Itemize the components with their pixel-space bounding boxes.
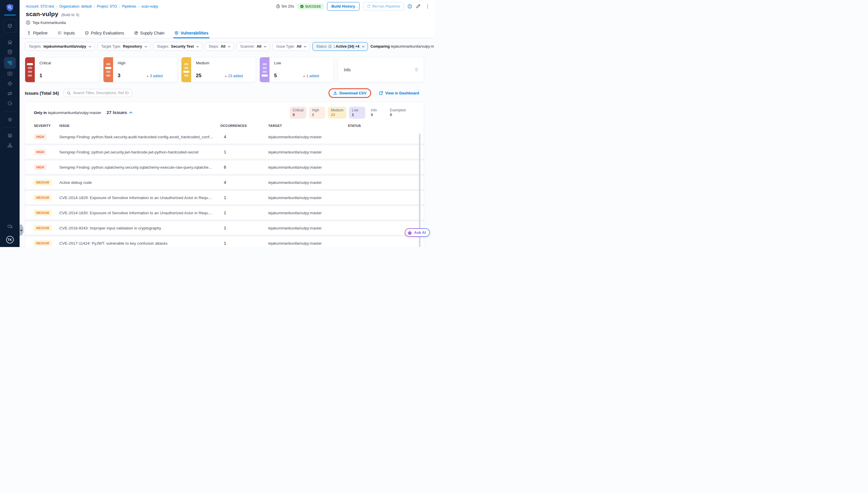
view-in-dashboard-button[interactable]: View in Dashboard <box>379 91 419 95</box>
filter-status[interactable]: Status : Active (34) +4 <box>312 42 368 51</box>
issue-row[interactable]: HIGH Semgrep Finding: python.jwt.securit… <box>25 145 424 159</box>
issue-title: Semgrep Finding: python.flask.security.a… <box>59 135 220 139</box>
executions-play-icon <box>7 71 13 77</box>
user-avatar[interactable]: TK <box>6 236 14 244</box>
issues-toolbar: Issues (Total 34) Download CSV <box>25 87 424 99</box>
occurrences: 1 <box>220 210 268 215</box>
card-count: 25 <box>196 73 201 79</box>
group-collapse-toggle[interactable]: 27 Issues <box>107 110 132 115</box>
occurrences: 4 <box>220 180 268 185</box>
info-button[interactable] <box>407 4 412 9</box>
search-icon <box>67 91 71 95</box>
filter-label: Status <box>316 44 326 49</box>
occurrences: 4 <box>220 134 268 139</box>
chip-low[interactable]: Low1 <box>349 107 365 119</box>
issue-row[interactable]: MEDIUM CVE-2017-11424: PyJWT: vulnerable… <box>25 236 424 247</box>
download-csv-button[interactable]: Download CSV <box>333 91 366 95</box>
filter-label: Target Type: <box>101 44 121 49</box>
added-delta: ▲3 added <box>147 74 162 78</box>
sidebar-item-project-setup[interactable] <box>4 140 16 151</box>
filter-value: Security Test <box>171 44 194 49</box>
target: tejakummarikuntla/vulpy:master <box>268 211 348 215</box>
ask-ai-button[interactable]: Ask AI <box>405 228 430 237</box>
tab-pipeline[interactable]: Pipeline <box>27 31 47 38</box>
issue-row[interactable]: MEDIUM CVE-2016-9243: Improper input val… <box>25 221 424 235</box>
gear-icon <box>7 117 13 122</box>
pipelines-icon <box>7 60 13 66</box>
issues-panel: Only in tejakummarikuntla/vulpy:master 2… <box>25 102 424 247</box>
issue-row[interactable]: MEDIUM CVE-2014-1830: Exposure of Sensit… <box>25 206 424 220</box>
issue-row[interactable]: MEDIUM CVE-2014-1829: Exposure of Sensit… <box>25 191 424 204</box>
sidebar-item-home[interactable] <box>4 37 16 47</box>
rerun-pipeline-button[interactable]: Re-run Pipeline <box>363 2 404 11</box>
issue-row[interactable]: MEDIUM Active debug code 4 tejakummariku… <box>25 176 424 189</box>
severity-card-medium[interactable]: Medium 25 ▲23 added <box>181 57 256 82</box>
chip-exempted[interactable]: Exempted0 <box>387 107 409 119</box>
policy-evaluations-tab-icon <box>85 31 89 35</box>
filter-scanner[interactable]: Scanner: All <box>236 42 270 51</box>
filter-steps[interactable]: Steps: All <box>205 42 234 51</box>
chip-medium[interactable]: Medium23 <box>328 107 346 119</box>
more-options-button[interactable]: ⋮ <box>424 4 431 9</box>
sidebar-item-default-settings[interactable] <box>4 131 16 140</box>
chevron-down-icon <box>228 45 231 48</box>
main-content: Account: STO test › Organization: defaul… <box>20 0 434 247</box>
issue-row[interactable]: HIGH Semgrep Finding: python.flask.secur… <box>25 130 424 144</box>
filter-targets[interactable]: Targets: tejakummarikuntla/vulpy <box>25 42 95 51</box>
sidebar-item-pipelines[interactable] <box>4 57 16 69</box>
tab-vulnerabilities[interactable]: Vulnerabilities <box>174 31 208 38</box>
sidebar-item-settings[interactable] <box>4 115 16 125</box>
search-input[interactable] <box>73 91 129 95</box>
filter-stages[interactable]: Stages: Security Test <box>153 42 202 51</box>
filter-issue-type[interactable]: Issue Type: All <box>272 42 310 51</box>
tab-supply-chain[interactable]: Supply Chain <box>134 31 165 38</box>
help-chat-button[interactable]: ? <box>4 222 16 232</box>
chevron-down-icon <box>264 45 267 48</box>
breadcrumb-account[interactable]: Account: STO test <box>26 4 54 8</box>
sidebar-item-scans[interactable] <box>4 47 16 57</box>
chip-high[interactable]: High3 <box>309 107 325 119</box>
edit-pipeline-button[interactable] <box>416 4 421 9</box>
target: tejakummarikuntla/vulpy:master <box>268 241 348 246</box>
external-link-icon <box>379 91 383 95</box>
filter-label: Scanner: <box>240 44 255 49</box>
layers-gear-icon <box>7 133 13 138</box>
tab-policy-evaluations[interactable]: Policy Evaluations <box>85 31 124 38</box>
severity-card-high[interactable]: High 3 ▲3 added <box>103 57 178 82</box>
active-module-indicator <box>4 15 16 16</box>
severity-card-info[interactable]: Info 0 <box>337 57 424 82</box>
filter-target-type[interactable]: Target Type: Repository <box>97 42 151 51</box>
triangle-up-icon: ▲ <box>303 75 305 77</box>
clock-icon <box>276 4 280 8</box>
sto-vulnerabilities-page: ? TK ▶ Account: STO test › Organization:… <box>0 0 434 247</box>
target: tejakummarikuntla/vulpy:master <box>268 180 348 185</box>
severity-badge: MEDIUM <box>34 195 52 201</box>
filter-value: : Active (34) +4 <box>333 44 359 49</box>
sidebar-item-targets[interactable] <box>4 79 16 89</box>
severity-card-low[interactable]: Low 5 ▲1 added <box>259 57 334 82</box>
breadcrumb: Account: STO test › Organization: defaul… <box>26 4 158 8</box>
issue-row[interactable]: HIGH Semgrep Finding: python.sqlalchemy.… <box>25 160 424 174</box>
breadcrumb-organization[interactable]: Organization: default <box>59 4 92 8</box>
group-label: Only in tejakummarikuntla/vulpy:master <box>34 111 101 115</box>
breadcrumb-project[interactable]: Project: STO <box>97 4 117 8</box>
sto-logo[interactable] <box>4 3 16 16</box>
sidebar-item-modules[interactable] <box>3 20 16 33</box>
severity-card-critical[interactable]: Critical 1 <box>25 57 100 82</box>
page-title: scan-vulpy <box>26 11 58 18</box>
ask-ai-label: Ask AI <box>414 230 426 235</box>
target-crosshair-icon <box>7 81 13 87</box>
target: tejakummarikuntla/vulpy:master <box>268 195 348 200</box>
sidebar-item-executions[interactable] <box>4 69 16 79</box>
chip-info[interactable]: Info0 <box>368 107 384 119</box>
build-history-button[interactable]: Build History <box>327 2 360 11</box>
breadcrumb-pipelines[interactable]: Pipelines <box>122 4 136 8</box>
severity-badge: MEDIUM <box>34 179 52 185</box>
chip-critical[interactable]: Critical0 <box>290 107 307 119</box>
sidebar-item-hidden-issues[interactable] <box>4 89 16 98</box>
issues-search[interactable] <box>64 89 132 97</box>
sidebar-item-exemptions[interactable] <box>4 98 16 109</box>
occurrences: 1 <box>220 195 268 200</box>
tab-inputs[interactable]: Inputs <box>58 31 75 38</box>
breadcrumb-pipeline-name[interactable]: scan-vulpy <box>141 4 158 8</box>
